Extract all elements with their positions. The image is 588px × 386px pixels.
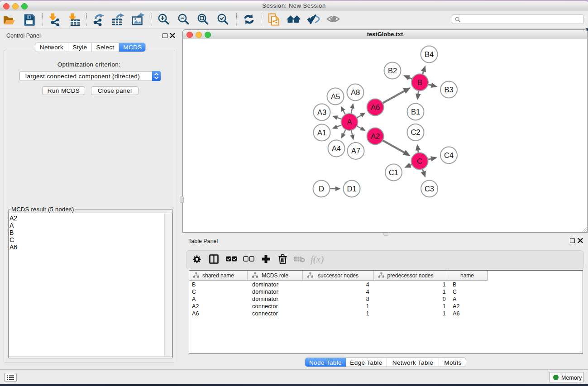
svg-text:D1: D1 [347,185,356,193]
svg-text:C: C [417,157,422,165]
svg-text:A6: A6 [371,103,380,111]
svg-text:B1: B1 [411,108,420,116]
svg-text:A1: A1 [317,129,326,137]
svg-text:B4: B4 [425,50,434,58]
svg-text:A8: A8 [351,88,360,96]
svg-text:B2: B2 [388,67,397,75]
svg-text:B: B [417,78,422,86]
svg-text:A5: A5 [331,92,340,100]
svg-text:B3: B3 [444,86,453,94]
svg-text:A7: A7 [351,147,360,155]
svg-text:D: D [319,185,324,193]
svg-text:A: A [347,118,352,126]
svg-text:A2: A2 [371,132,380,140]
svg-text:C2: C2 [411,128,420,136]
svg-text:C1: C1 [389,168,398,176]
svg-text:A4: A4 [332,144,341,152]
svg-text:C4: C4 [444,151,454,159]
svg-text:C3: C3 [425,185,434,193]
svg-text:A3: A3 [317,108,326,116]
